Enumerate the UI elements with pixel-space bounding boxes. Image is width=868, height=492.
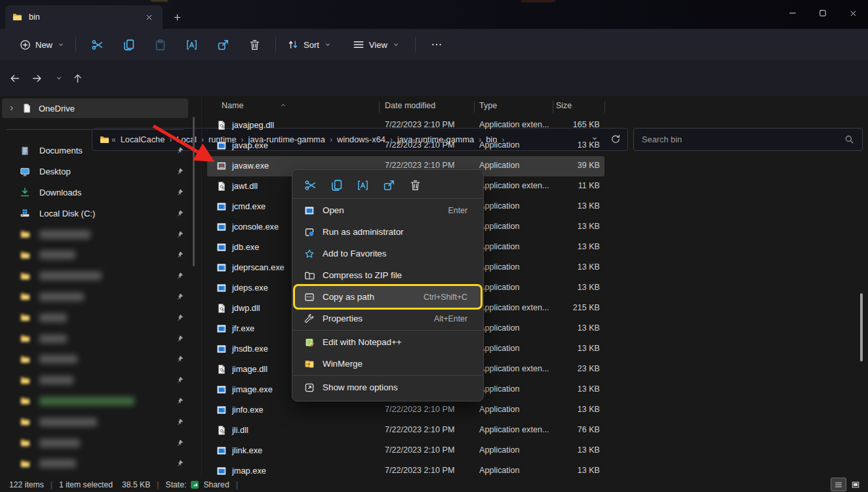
- new-button[interactable]: New: [14, 35, 70, 54]
- delete-button[interactable]: [241, 33, 267, 56]
- column-headers: Name Date modified Type Size: [202, 98, 608, 114]
- column-divider[interactable]: [379, 101, 380, 113]
- copy-button[interactable]: [115, 33, 142, 56]
- up-button[interactable]: [68, 69, 87, 87]
- file-name: jcmd.exe: [232, 201, 266, 211]
- redacted-label: [39, 251, 75, 259]
- menu-item-show-more-options[interactable]: Show more options: [295, 377, 481, 398]
- file-date: 7/22/2023 2:10 PM: [385, 466, 454, 475]
- column-divider[interactable]: [474, 101, 475, 113]
- file-row-jli.dll[interactable]: jli.dll 7/22/2023 2:10 PM Application ex…: [207, 420, 604, 441]
- view-button[interactable]: View: [347, 35, 406, 54]
- sidebar-item-desktop[interactable]: Desktop: [0, 161, 197, 182]
- redacted-label: [39, 335, 67, 343]
- sidebar-item-redacted[interactable]: [0, 391, 197, 412]
- quick-copy-button[interactable]: [323, 175, 349, 195]
- sidebar-item-redacted[interactable]: [0, 245, 197, 266]
- file-row-jinfo.exe[interactable]: jinfo.exe 7/22/2023 2:10 PM Application …: [207, 400, 604, 420]
- quick-cut-button[interactable]: [297, 175, 323, 195]
- folder-icon: [20, 375, 30, 386]
- file-name: javap.exe: [232, 140, 268, 150]
- quick-share-button[interactable]: [376, 175, 402, 195]
- quick-rename-button[interactable]: [349, 175, 376, 195]
- sidebar-item-redacted[interactable]: [0, 224, 197, 245]
- context-menu-items: Open Enter Run as administrator Add to F…: [292, 199, 483, 398]
- column-header-date[interactable]: Date modified: [385, 101, 435, 110]
- sidebar-item-redacted[interactable]: [0, 307, 197, 328]
- forward-button[interactable]: [28, 69, 46, 87]
- sort-button[interactable]: Sort: [281, 35, 338, 54]
- chevron-right-icon[interactable]: [2, 104, 22, 112]
- see-more-button[interactable]: [424, 33, 450, 56]
- menu-separator: [293, 198, 483, 199]
- file-name: jlink.exe: [232, 445, 262, 455]
- file-name: jdeps.exe: [232, 283, 268, 293]
- pin-icon: [176, 188, 184, 197]
- file-size: 13 KB: [530, 405, 600, 414]
- redacted-label: [39, 293, 84, 301]
- file-date: 7/22/2023 2:10 PM: [385, 161, 454, 170]
- menu-item-copy-as-path[interactable]: Copy as path Ctrl+Shift+C: [295, 286, 481, 308]
- back-button[interactable]: [5, 69, 24, 87]
- file-row-javap.exe[interactable]: javap.exe 7/22/2023 2:10 PM Application …: [207, 136, 604, 156]
- sidebar-item-redacted[interactable]: [0, 328, 197, 349]
- rename-button[interactable]: [178, 33, 205, 56]
- tab-close-icon[interactable]: [142, 10, 156, 24]
- chevron-down-icon: [324, 41, 332, 49]
- column-header-name[interactable]: Name: [222, 101, 243, 110]
- menu-item-add-to-favorites[interactable]: Add to Favorites: [295, 243, 481, 264]
- column-divider[interactable]: [553, 101, 553, 113]
- menu-item-properties[interactable]: Properties Alt+Enter: [295, 308, 481, 329]
- recent-locations-button[interactable]: [50, 69, 68, 87]
- column-header-type[interactable]: Type: [479, 101, 497, 110]
- sidebar-item-redacted[interactable]: [0, 370, 197, 391]
- sidebar-scrollbar[interactable]: [193, 117, 195, 266]
- sidebar-item-redacted[interactable]: [0, 349, 197, 370]
- menu-item-open[interactable]: Open Enter: [295, 199, 481, 221]
- menu-item-edit-with-notepad[interactable]: Edit with Notepad++: [295, 331, 481, 353]
- sidebar-item-onedrive[interactable]: OneDrive: [2, 98, 188, 118]
- minimize-button[interactable]: [778, 0, 808, 26]
- file-date: 7/22/2023 2:10 PM: [385, 120, 454, 129]
- pin-icon: [176, 167, 184, 176]
- file-size: 13 KB: [530, 344, 600, 353]
- context-menu-quick-actions: [292, 173, 483, 197]
- folder-icon: [20, 291, 30, 302]
- sidebar-item-redacted[interactable]: [0, 453, 197, 474]
- exe-icon: [216, 405, 227, 415]
- details-view-button[interactable]: [831, 478, 846, 491]
- menu-item-compress-to-zip-file[interactable]: Compress to ZIP file: [295, 264, 481, 286]
- file-row-jlink.exe[interactable]: jlink.exe 7/22/2023 2:10 PM Application …: [207, 441, 604, 461]
- new-tab-button[interactable]: [169, 9, 185, 25]
- selection-size: 38.5 KB: [122, 480, 150, 489]
- quick-delete-button[interactable]: [402, 175, 428, 195]
- sidebar-item-downloads[interactable]: Downloads: [0, 182, 197, 203]
- pin-icon: [176, 376, 184, 384]
- cut-button[interactable]: [84, 33, 110, 56]
- exe-icon: [216, 323, 227, 334]
- share-button[interactable]: [210, 33, 236, 56]
- file-list-scrollbar[interactable]: [860, 293, 863, 361]
- exe-icon: [216, 283, 227, 293]
- state-group: State: Shared: [166, 480, 229, 489]
- menu-item-winmerge[interactable]: WinMerge: [295, 353, 481, 375]
- large-icons-view-button[interactable]: [848, 478, 863, 491]
- file-row-javajpeg.dll[interactable]: javajpeg.dll 7/22/2023 2:10 PM Applicati…: [207, 115, 604, 136]
- redacted-label: [39, 272, 102, 280]
- explorer-tab-bin[interactable]: bin: [5, 5, 163, 29]
- close-button[interactable]: [838, 0, 868, 26]
- sidebar-item-local-disk-c[interactable]: Local Disk (C:): [0, 203, 197, 224]
- folder-icon: [20, 333, 30, 344]
- column-header-size[interactable]: Size: [556, 101, 572, 110]
- sidebar-item-redacted[interactable]: [0, 266, 197, 287]
- column-divider[interactable]: [604, 101, 605, 113]
- status-divider: |: [157, 480, 159, 489]
- maximize-button[interactable]: [808, 0, 838, 26]
- sidebar-item-documents[interactable]: Documents: [0, 140, 197, 161]
- folder-icon: [20, 438, 30, 448]
- pin-icon: [176, 418, 184, 426]
- menu-item-run-as-administrator[interactable]: Run as administrator: [295, 221, 481, 243]
- sidebar-item-redacted[interactable]: [0, 411, 197, 432]
- sidebar-item-redacted[interactable]: [0, 287, 197, 308]
- sidebar-item-redacted[interactable]: [0, 432, 197, 453]
